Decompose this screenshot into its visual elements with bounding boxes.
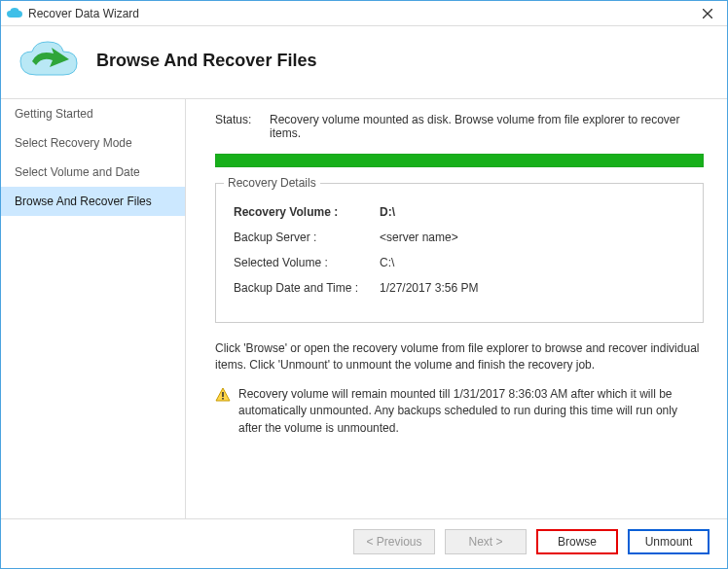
next-button: Next > (445, 529, 527, 554)
title-bar: Recover Data Wizard (1, 1, 727, 26)
detail-selected-volume: Selected Volume : C:\ (234, 256, 685, 269)
instruction-text: Click 'Browse' or open the recovery volu… (215, 340, 704, 374)
backup-datetime-value: 1/27/2017 3:56 PM (380, 281, 478, 295)
wizard-steps-sidebar: Getting Started Select Recovery Mode Sel… (1, 99, 186, 518)
status-label: Status: (215, 113, 270, 126)
svg-rect-2 (222, 392, 224, 397)
warning-text: Recovery volume will remain mounted till… (238, 386, 704, 437)
recovery-volume-label: Recovery Volume : (234, 205, 380, 219)
cloud-recover-icon (18, 40, 79, 81)
backup-datetime-label: Backup Date and Time : (234, 281, 380, 295)
sidebar-item-select-recovery-mode[interactable]: Select Recovery Mode (1, 128, 185, 158)
warning-icon (215, 387, 231, 408)
status-row: Status: Recovery volume mounted as disk.… (215, 113, 704, 140)
status-text: Recovery volume mounted as disk. Browse … (270, 113, 704, 140)
recovery-details-group: Recovery Details Recovery Volume : D:\ B… (215, 183, 704, 323)
app-cloud-icon (7, 8, 22, 19)
close-button[interactable] (694, 4, 721, 23)
detail-recovery-volume: Recovery Volume : D:\ (234, 205, 685, 219)
browse-button[interactable]: Browse (536, 529, 618, 554)
selected-volume-value: C:\ (380, 256, 394, 269)
sidebar-item-select-volume-date[interactable]: Select Volume and Date (1, 158, 185, 187)
detail-backup-server: Backup Server : <server name> (234, 231, 685, 244)
detail-backup-datetime: Backup Date and Time : 1/27/2017 3:56 PM (234, 281, 685, 295)
recovery-details-legend: Recovery Details (224, 176, 320, 190)
svg-rect-3 (222, 398, 224, 400)
unmount-button[interactable]: Unmount (628, 529, 710, 554)
wizard-footer: < Previous Next > Browse Unmount (1, 518, 727, 568)
wizard-window: Recover Data Wizard Browse And Recover F… (0, 0, 728, 569)
backup-server-label: Backup Server : (234, 231, 380, 244)
sidebar-item-getting-started[interactable]: Getting Started (1, 99, 185, 128)
previous-button: < Previous (353, 529, 435, 554)
backup-server-value: <server name> (380, 231, 458, 244)
window-title: Recover Data Wizard (28, 7, 694, 20)
main-panel: Status: Recovery volume mounted as disk.… (186, 99, 727, 518)
selected-volume-label: Selected Volume : (234, 256, 380, 269)
close-icon (703, 9, 712, 18)
recovery-volume-value: D:\ (380, 205, 395, 219)
page-heading: Browse And Recover Files (96, 51, 316, 71)
wizard-body: Getting Started Select Recovery Mode Sel… (1, 98, 727, 518)
warning-row: Recovery volume will remain mounted till… (215, 386, 704, 437)
sidebar-item-browse-recover[interactable]: Browse And Recover Files (1, 187, 185, 216)
progress-bar (215, 154, 704, 167)
wizard-header: Browse And Recover Files (1, 26, 727, 98)
